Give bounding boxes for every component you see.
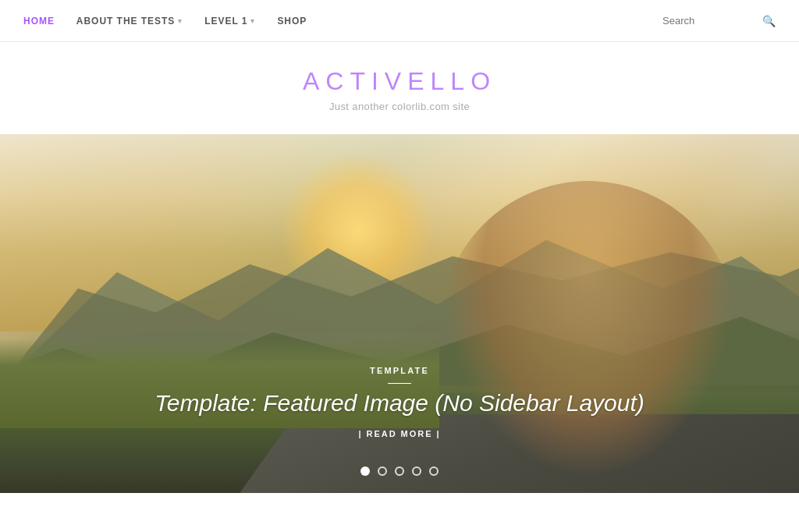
nav-item-level1-label: LEVEL 1 xyxy=(204,16,247,27)
hero-dot-1[interactable] xyxy=(360,466,370,476)
site-tagline: Just another colorlib.com site xyxy=(0,101,799,112)
hero-divider xyxy=(388,383,411,384)
hero-dot-3[interactable] xyxy=(395,466,404,476)
hero-section: TEMPLATE Template: Featured Image (No Si… xyxy=(0,134,799,493)
chevron-down-icon-2: ▾ xyxy=(250,17,255,25)
hero-dot-4[interactable] xyxy=(412,466,421,476)
site-header: ACTIVELLO Just another colorlib.com site xyxy=(0,42,799,134)
hero-title: Template: Featured Image (No Sidebar Lay… xyxy=(0,390,799,417)
hero-dot-5[interactable] xyxy=(429,466,439,476)
hero-content: TEMPLATE Template: Featured Image (No Si… xyxy=(0,366,799,438)
search-input[interactable] xyxy=(662,15,756,27)
site-title: ACTIVELLO xyxy=(0,67,799,96)
hero-pagination-dots xyxy=(0,466,799,476)
search-icon[interactable]: 🔍 xyxy=(762,15,776,27)
nav-item-shop[interactable]: SHOP xyxy=(277,16,307,27)
hero-category: TEMPLATE xyxy=(0,366,799,375)
hero-readmore-link[interactable]: | READ MORE | xyxy=(0,429,799,438)
search-area: 🔍 xyxy=(662,15,776,27)
chevron-down-icon: ▾ xyxy=(178,17,183,25)
nav-item-home[interactable]: HOME xyxy=(23,16,55,27)
nav-item-level1[interactable]: LEVEL 1 ▾ xyxy=(204,16,255,27)
main-navigation: HOME ABOUT THE TESTS ▾ LEVEL 1 ▾ SHOP 🔍 xyxy=(0,0,799,42)
nav-links: HOME ABOUT THE TESTS ▾ LEVEL 1 ▾ SHOP xyxy=(23,16,662,27)
nav-item-about[interactable]: ABOUT THE TESTS ▾ xyxy=(76,16,183,27)
hero-dot-2[interactable] xyxy=(378,466,387,476)
nav-item-about-label: ABOUT THE TESTS xyxy=(76,16,175,27)
